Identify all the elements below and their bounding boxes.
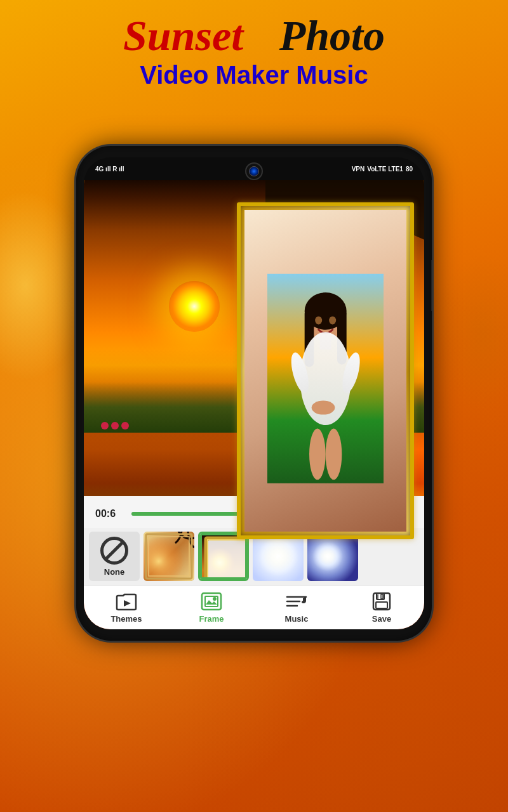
svg-point-30 <box>213 597 217 601</box>
nav-item-frame[interactable]: Frame <box>169 586 254 629</box>
svg-rect-15 <box>144 532 194 581</box>
bottom-nav: Themes <box>84 585 424 629</box>
phone-mockup: 4G ıll R ıll VPN VoLTE LTE1 80 <box>76 146 432 641</box>
save-icon <box>370 591 394 612</box>
svg-marker-27 <box>124 600 131 606</box>
screen-content: 00:6 00:6 None <box>84 180 424 629</box>
none-icon <box>100 537 128 565</box>
themes-icon <box>114 591 138 612</box>
flower-3 <box>121 422 129 429</box>
svg-point-5 <box>315 317 322 325</box>
svg-rect-38 <box>381 594 383 599</box>
title-sunset: Sunset <box>123 11 243 60</box>
network-indicator: 4G ıll R ıll <box>95 166 124 173</box>
camera-lens-icon <box>249 166 259 176</box>
nav-item-music[interactable]: Music <box>254 586 339 629</box>
title-subtitle: Video Maker Music <box>0 61 508 89</box>
frame-thumb-2 <box>200 534 247 579</box>
nav-item-themes[interactable]: Themes <box>84 586 169 629</box>
bg-sunlight-right <box>432 254 508 412</box>
photo-frame-border <box>237 202 414 539</box>
svg-rect-20 <box>208 540 246 579</box>
girl-photo <box>261 218 391 524</box>
svg-rect-36 <box>376 602 387 608</box>
camera-notch <box>245 162 263 180</box>
music-label: Music <box>285 614 309 624</box>
flower-decorations <box>101 422 129 429</box>
music-icon <box>284 591 309 612</box>
phone-screen: 4G ıll R ıll VPN VoLTE LTE1 80 <box>84 157 424 629</box>
flower-2 <box>111 422 119 429</box>
none-label: None <box>104 567 125 577</box>
frame-option-none[interactable]: None <box>89 532 140 581</box>
svg-point-11 <box>312 401 335 415</box>
photo-frame-inner <box>244 210 406 532</box>
svg-point-6 <box>329 317 336 325</box>
sun-glow <box>169 281 220 332</box>
title-line1: Sunset Photo <box>0 11 508 60</box>
nav-item-save[interactable]: Save <box>339 586 424 629</box>
frame-thumb-1 <box>144 532 194 581</box>
title-photo: Photo <box>279 11 385 60</box>
svg-point-12 <box>309 429 326 480</box>
frame-icon <box>199 591 224 612</box>
status-right: VPN VoLTE LTE1 80 <box>352 166 413 173</box>
battery-label: 80 <box>406 166 413 173</box>
power-button <box>431 260 432 311</box>
phone-body: 4G ıll R ıll VPN VoLTE LTE1 80 <box>76 146 432 641</box>
bg-sunlight-left <box>0 190 89 381</box>
time-current: 00:6 <box>95 508 124 520</box>
photo-frame-container <box>237 202 414 539</box>
frame-option-1[interactable] <box>144 532 194 581</box>
save-label: Save <box>372 614 391 624</box>
svg-point-13 <box>326 429 342 480</box>
app-title-area: Sunset Photo Video Maker Music <box>0 11 508 89</box>
frame-label: Frame <box>199 614 224 624</box>
vpn-label: VPN <box>352 166 365 173</box>
status-left: 4G ıll R ıll <box>95 166 124 173</box>
volte-label: VoLTE LTE1 <box>367 166 403 173</box>
flower-1 <box>101 422 109 429</box>
themes-label: Themes <box>110 614 142 624</box>
